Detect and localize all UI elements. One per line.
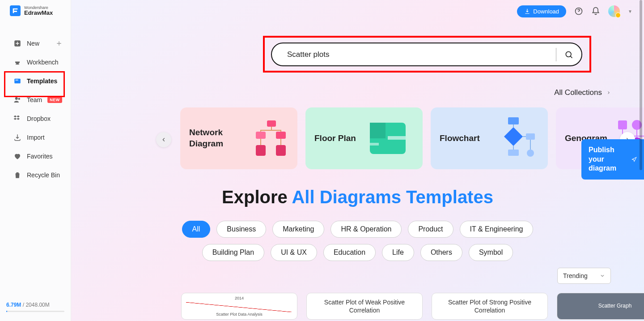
- search-icon[interactable]: [564, 50, 573, 59]
- divider: [556, 48, 556, 61]
- all-collections-link[interactable]: All Collections: [554, 88, 611, 97]
- bell-icon[interactable]: [591, 7, 600, 16]
- annotation-highlight-search: [263, 36, 591, 73]
- templates-icon: [13, 77, 21, 85]
- result-card[interactable]: Scatter Graph: [557, 293, 644, 320]
- brand-mark-icon: [10, 5, 21, 16]
- sidebar-item-dropbox[interactable]: Dropbox: [0, 109, 71, 128]
- storage-total: 2048.00M: [25, 302, 49, 308]
- avatar[interactable]: [608, 5, 620, 17]
- network-art-icon: [249, 107, 294, 169]
- svg-rect-8: [256, 132, 266, 139]
- chevron-down-icon[interactable]: ▼: [628, 9, 632, 14]
- sidebar-item-favorites[interactable]: Favorites: [0, 147, 71, 166]
- chevron-right-icon: [606, 89, 611, 96]
- sidebar-item-team[interactable]: Team NEW: [0, 90, 71, 109]
- result-card[interactable]: Scatter Plot of Strong Positive Correlat…: [432, 293, 548, 320]
- sort-select[interactable]: Trending: [557, 268, 611, 284]
- svg-rect-18: [526, 133, 535, 140]
- main-content: Download ▼ All Collections: [71, 0, 644, 321]
- search-box[interactable]: [271, 43, 582, 66]
- svg-rect-14: [388, 136, 406, 140]
- chevron-down-icon: [600, 273, 605, 278]
- category-pills: All Business Marketing HR & Operation Pr…: [71, 221, 644, 261]
- storage-indicator: 6.79M / 2048.00M: [0, 302, 71, 321]
- sidebar-item-label: New: [27, 40, 39, 47]
- svg-rect-15: [370, 143, 379, 146]
- pill-education[interactable]: Education: [323, 244, 376, 261]
- result-card[interactable]: 2014 Scatter Plot Data Analysis: [181, 293, 297, 320]
- recycle-icon: [13, 171, 21, 179]
- explore-heading: Explore All Diagrams Templates: [71, 187, 644, 207]
- search-input[interactable]: [287, 50, 548, 59]
- svg-point-6: [566, 51, 571, 57]
- pill-building-plan[interactable]: Building Plan: [202, 244, 264, 261]
- team-icon: [13, 96, 21, 104]
- svg-rect-19: [508, 150, 519, 156]
- result-card[interactable]: Scatter Plot of Weak Positive Correlatio…: [306, 293, 423, 320]
- workbench-icon: [13, 58, 21, 66]
- storage-bar: [6, 311, 64, 312]
- help-icon[interactable]: [574, 7, 583, 16]
- brand-logo[interactable]: Wondershare EdrawMax: [0, 0, 71, 21]
- sidebar: Wondershare EdrawMax New Workbench Templ…: [0, 0, 71, 321]
- category-carousel: Network Diagram Floor Plan: [156, 107, 631, 170]
- svg-rect-11: [276, 145, 286, 156]
- svg-rect-21: [618, 120, 627, 129]
- pill-marketing[interactable]: Marketing: [272, 221, 324, 238]
- svg-rect-2: [16, 80, 18, 81]
- import-icon: [13, 133, 21, 141]
- carousel-prev-button[interactable]: [156, 132, 171, 147]
- plus-icon[interactable]: [55, 40, 63, 47]
- category-card-floor[interactable]: Floor Plan: [305, 107, 423, 169]
- sidebar-nav: New Workbench Templates Team NEW Dropbox: [0, 21, 71, 184]
- svg-rect-13: [370, 123, 386, 138]
- svg-rect-16: [508, 117, 519, 124]
- svg-point-3: [15, 97, 18, 100]
- pill-symbol[interactable]: Symbol: [469, 244, 513, 261]
- sidebar-item-recycle[interactable]: Recycle Bin: [0, 166, 71, 184]
- pill-life[interactable]: Life: [382, 244, 414, 261]
- pill-hr-operation[interactable]: HR & Operation: [330, 221, 402, 238]
- flowchart-art-icon: [486, 107, 539, 169]
- sidebar-item-label: Dropbox: [27, 115, 51, 122]
- category-card-network[interactable]: Network Diagram: [180, 107, 297, 169]
- scrollbar[interactable]: [639, 0, 643, 321]
- sidebar-item-label: Team: [27, 96, 42, 103]
- storage-used: 6.79M: [6, 302, 21, 308]
- sidebar-item-label: Favorites: [27, 153, 53, 160]
- sidebar-item-templates[interactable]: Templates: [0, 72, 71, 90]
- scatter-thumbnail-icon: [186, 302, 292, 312]
- sidebar-item-label: Workbench: [27, 59, 59, 66]
- svg-point-20: [527, 150, 534, 157]
- sidebar-item-new[interactable]: New: [0, 34, 71, 53]
- topbar: Download ▼: [505, 0, 644, 22]
- publish-diagram-callout[interactable]: Publish your diagram: [581, 139, 644, 180]
- download-button[interactable]: Download: [517, 5, 566, 17]
- pill-product[interactable]: Product: [408, 221, 453, 238]
- svg-marker-17: [504, 127, 523, 146]
- category-card-flowchart[interactable]: Flowchart: [431, 107, 548, 169]
- brand-product: EdrawMax: [24, 10, 53, 16]
- favorites-icon: [13, 152, 21, 160]
- dropbox-icon: [13, 115, 21, 123]
- svg-rect-9: [276, 132, 286, 139]
- svg-rect-10: [256, 145, 266, 156]
- sidebar-item-import[interactable]: Import: [0, 128, 71, 147]
- new-badge: NEW: [47, 97, 62, 103]
- send-icon: [631, 154, 637, 165]
- svg-rect-1: [14, 79, 21, 84]
- new-icon: [13, 39, 21, 47]
- pill-others[interactable]: Others: [420, 244, 462, 261]
- sidebar-item-label: Recycle Bin: [27, 171, 60, 179]
- pill-it-engineering[interactable]: IT & Engineering: [460, 221, 534, 238]
- pill-ui-ux[interactable]: UI & UX: [271, 244, 317, 261]
- sidebar-item-label: Templates: [27, 77, 57, 85]
- scrollbar-thumb[interactable]: [640, 0, 642, 170]
- pill-business[interactable]: Business: [216, 221, 266, 238]
- sidebar-item-label: Import: [27, 134, 45, 141]
- svg-point-4: [18, 98, 21, 100]
- pill-all[interactable]: All: [182, 221, 211, 238]
- sidebar-item-workbench[interactable]: Workbench: [0, 53, 71, 72]
- floorplan-art-icon: [362, 107, 414, 169]
